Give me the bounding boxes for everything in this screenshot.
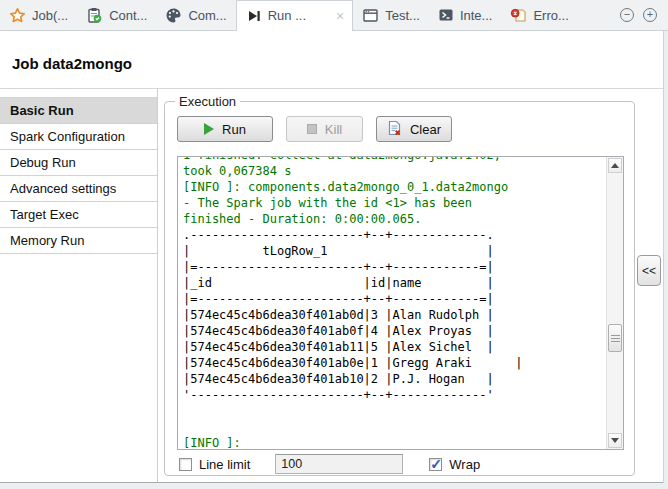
checkbox-icon: ✓ bbox=[179, 458, 192, 471]
tab-component[interactable]: Com... bbox=[156, 0, 235, 30]
console-line: | tLogRow_1 | bbox=[183, 243, 603, 259]
tab-test-cases[interactable]: Test... bbox=[353, 0, 429, 30]
tab-job[interactable]: Job(... bbox=[0, 0, 77, 30]
kill-button[interactable]: Kill bbox=[286, 116, 363, 142]
console-line: |574ec45c4b6dea30f401ab11|5 |Alex Sichel… bbox=[183, 339, 603, 355]
console-line: 1 finished: collect at data2mongo.java:1… bbox=[183, 156, 603, 163]
right-sash-divider bbox=[663, 31, 664, 483]
execution-group: Execution Run Kill Clear bbox=[164, 101, 635, 476]
sidebar-item-target-exec[interactable]: Target Exec bbox=[0, 202, 157, 228]
console-line: |574ec45c4b6dea30f401ab10|2 |P.J. Hogan … bbox=[183, 371, 603, 387]
console-line: |574ec45c4b6dea30f401ab0e|1 |Gregg Araki… bbox=[183, 355, 603, 371]
console-line: |574ec45c4b6dea30f401ab0d|3 |Alan Rudolp… bbox=[183, 307, 603, 323]
tab-label: Inte... bbox=[460, 8, 493, 23]
clear-button-label: Clear bbox=[410, 122, 441, 137]
stop-icon bbox=[307, 124, 317, 134]
sidebar-item-basic-run[interactable]: Basic Run bbox=[0, 98, 157, 124]
wrap-checkbox[interactable]: ✓ Wrap bbox=[429, 457, 480, 472]
tab-label: Test... bbox=[385, 8, 420, 23]
execution-group-legend: Execution bbox=[175, 94, 240, 109]
job-title-bar: Job data2mongo bbox=[0, 31, 663, 89]
tab-label: Erro... bbox=[533, 8, 568, 23]
console-line: took 0,067384 s bbox=[183, 163, 603, 179]
sidebar-item-advanced-settings[interactable]: Advanced settings bbox=[0, 176, 157, 202]
sidebar-item-memory-run[interactable]: Memory Run bbox=[0, 228, 157, 254]
tab-label: Run ... bbox=[268, 8, 306, 23]
console-controls: ✓ Line limit ✓ Wrap bbox=[179, 454, 624, 474]
terminal-icon bbox=[438, 7, 454, 23]
tab-error-log[interactable]: Erro... bbox=[501, 0, 577, 30]
check-icon: ✓ bbox=[430, 456, 442, 472]
sidebar-item-spark-configuration[interactable]: Spark Configuration bbox=[0, 124, 157, 150]
grip-icon bbox=[611, 335, 620, 342]
tab-label: Com... bbox=[188, 8, 226, 23]
execution-console[interactable]: 1 finished: collect at data2mongo.java:1… bbox=[177, 156, 624, 450]
console-line: .------------------------+--+-----------… bbox=[183, 227, 603, 243]
run-sidebar: Basic Run Spark Configuration Debug Run … bbox=[0, 89, 158, 482]
console-line: [INFO ]: components.data2mongo_0_1.data2… bbox=[183, 179, 603, 195]
sidebar-item-debug-run[interactable]: Debug Run bbox=[0, 150, 157, 176]
console-line: [INFO ]: bbox=[183, 435, 603, 450]
console-line: - The Spark job with the id <1> has been bbox=[183, 195, 603, 211]
view-tab-bar: Job(... Cont... Com... Run ... × Test...… bbox=[0, 0, 668, 31]
page-title: Job data2mongo bbox=[12, 55, 132, 72]
tab-contexts[interactable]: Cont... bbox=[77, 0, 156, 30]
tab-integration[interactable]: Inte... bbox=[429, 0, 502, 30]
scroll-down-button[interactable] bbox=[608, 433, 622, 448]
console-scrollbar[interactable] bbox=[606, 157, 623, 449]
console-output: 1 finished: collect at data2mongo.java:1… bbox=[183, 156, 603, 450]
run-button-label: Run bbox=[222, 122, 246, 137]
run-view-icon bbox=[246, 8, 262, 24]
palette-icon bbox=[165, 7, 182, 24]
tab-label: Job(... bbox=[32, 8, 68, 23]
console-line: '------------------------+--+-----------… bbox=[183, 387, 603, 403]
console-line: |=-----------------------+--+-----------… bbox=[183, 291, 603, 307]
console-line bbox=[183, 403, 603, 419]
console-line: finished - Duration: 0:00:00.065. bbox=[183, 211, 603, 227]
close-icon[interactable]: × bbox=[336, 9, 344, 23]
scrollbar-thumb[interactable] bbox=[608, 324, 622, 352]
execution-panel: Execution Run Kill Clear bbox=[159, 89, 663, 482]
window-icon bbox=[362, 7, 379, 24]
checkbox-icon: ✓ bbox=[429, 458, 442, 471]
line-limit-input[interactable] bbox=[275, 454, 403, 474]
execution-button-row: Run Kill Clear bbox=[177, 116, 452, 142]
star-icon bbox=[9, 7, 26, 24]
console-line: |574ec45c4b6dea30f401ab0f|4 |Alex Proyas… bbox=[183, 323, 603, 339]
line-limit-label: Line limit bbox=[199, 457, 250, 472]
kill-button-label: Kill bbox=[325, 122, 342, 137]
clipboard-check-icon bbox=[86, 7, 103, 24]
tab-label: Cont... bbox=[109, 8, 147, 23]
arrow-down-icon bbox=[611, 438, 619, 443]
play-icon bbox=[204, 123, 214, 135]
console-line: |=-----------------------+--+-----------… bbox=[183, 259, 603, 275]
wrap-label: Wrap bbox=[449, 457, 480, 472]
console-line bbox=[183, 419, 603, 435]
line-limit-checkbox[interactable]: ✓ Line limit bbox=[179, 457, 250, 472]
run-button[interactable]: Run bbox=[177, 116, 273, 142]
maximize-view-button[interactable]: + bbox=[643, 8, 657, 22]
tab-run[interactable]: Run ... × bbox=[236, 0, 353, 30]
console-line: |_id |id|name | bbox=[183, 275, 603, 291]
minimize-view-button[interactable]: − bbox=[620, 8, 634, 22]
run-view-content: Basic Run Spark Configuration Debug Run … bbox=[0, 89, 663, 483]
run-sidebar-list: Basic Run Spark Configuration Debug Run … bbox=[0, 97, 157, 254]
scroll-up-button[interactable] bbox=[608, 158, 622, 173]
clear-button[interactable]: Clear bbox=[376, 116, 452, 142]
arrow-up-icon bbox=[611, 163, 619, 168]
clear-document-icon bbox=[387, 120, 402, 139]
collapse-panel-button[interactable]: << bbox=[637, 255, 661, 286]
error-log-icon bbox=[510, 7, 527, 24]
